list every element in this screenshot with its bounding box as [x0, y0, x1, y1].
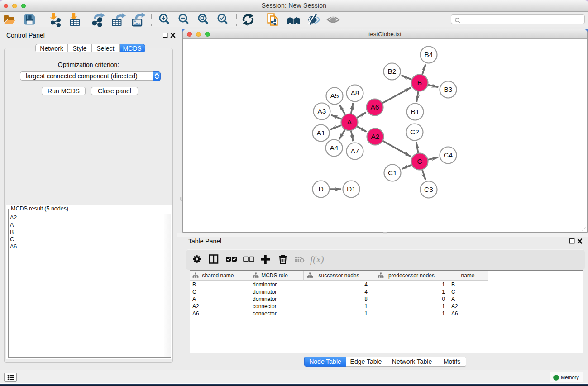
svg-text:D1: D1: [347, 185, 356, 193]
svg-text:A1: A1: [317, 129, 325, 137]
svg-text:A7: A7: [351, 147, 359, 155]
svg-text:A2: A2: [371, 133, 380, 140]
svg-text:C: C: [417, 157, 422, 165]
svg-text:D: D: [318, 185, 323, 193]
svg-text:C3: C3: [424, 186, 433, 193]
svg-text:C2: C2: [410, 128, 419, 136]
svg-text:A5: A5: [330, 92, 339, 100]
svg-text:A6: A6: [371, 103, 379, 111]
svg-text:C1: C1: [388, 169, 397, 176]
svg-text:A8: A8: [351, 89, 359, 97]
svg-text:A: A: [347, 118, 352, 126]
svg-text:B1: B1: [411, 108, 420, 115]
svg-text:B: B: [417, 79, 422, 86]
svg-text:A4: A4: [330, 144, 339, 152]
svg-text:C4: C4: [444, 151, 453, 159]
svg-text:A3: A3: [318, 107, 326, 115]
svg-text:B2: B2: [388, 67, 397, 75]
svg-text:B3: B3: [444, 86, 453, 93]
svg-text:B4: B4: [425, 51, 433, 58]
svg-text:f(x): f(x): [310, 253, 324, 265]
